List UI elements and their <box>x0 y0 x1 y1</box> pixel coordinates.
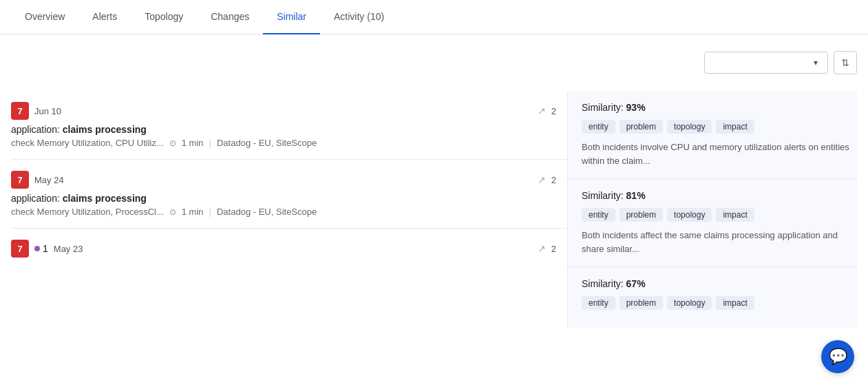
share-count: 2 <box>551 106 556 116</box>
similarity-tag: entity <box>582 120 615 134</box>
clock-icon: ⊙ <box>169 138 176 148</box>
similarity-tag: entity <box>582 296 615 310</box>
chat-icon: 💬 <box>829 348 847 366</box>
similarity-tag: problem <box>620 296 663 310</box>
tabs-bar: OverviewAlertsTopologyChangesSimilarActi… <box>0 0 868 34</box>
similarity-tag: topology <box>667 208 712 222</box>
incidents-list: 7Jun 10↗2application: claims processingc… <box>11 91 857 328</box>
similarity-tag: problem <box>620 120 663 134</box>
incident-item: 71May 23↗2 <box>11 229 567 273</box>
tab-changes[interactable]: Changes <box>197 0 263 34</box>
similarity-tag: topology <box>667 120 712 134</box>
incident-sources: Datadog - EU, SiteScope <box>217 138 317 148</box>
incidents-left-panel: 7Jun 10↗2application: claims processingc… <box>11 91 568 328</box>
incident-badge[interactable]: 7 <box>11 102 29 120</box>
similarity-tag: impact <box>716 296 754 310</box>
incident-date: May 23 <box>54 244 83 254</box>
main-content: ▾ ⇅ 7Jun 10↗2application: claims process… <box>0 34 868 328</box>
sort-button[interactable]: ⇅ <box>834 51 857 74</box>
incident-sources: Datadog - EU, SiteScope <box>217 207 317 217</box>
tab-overview[interactable]: Overview <box>11 0 78 34</box>
incident-description: check Memory Utilization, ProcessCl... <box>11 207 164 217</box>
chevron-down-icon: ▾ <box>814 58 818 67</box>
similarity-item: Similarity: 67%entityproblemtopologyimpa… <box>568 267 857 328</box>
chat-button[interactable]: 💬 <box>821 340 854 373</box>
incident-badge[interactable]: 7 <box>11 171 29 189</box>
similarity-header: Similarity: 93% <box>582 102 857 113</box>
similarity-description: Both incidents affect the same claims pr… <box>582 229 857 255</box>
tab-alerts[interactable]: Alerts <box>78 0 131 34</box>
incident-item: 7May 24↗2application: claims processingc… <box>11 160 567 229</box>
incidents-right-panel: Similarity: 93%entityproblemtopologyimpa… <box>568 91 857 328</box>
similarity-item: Similarity: 81%entityproblemtopologyimpa… <box>568 179 857 267</box>
purple-dot-icon <box>34 246 40 251</box>
dot-count: 1 <box>43 243 48 254</box>
incident-item: 7Jun 10↗2application: claims processingc… <box>11 91 567 160</box>
share-count: 2 <box>551 244 556 254</box>
header-controls: ▾ ⇅ <box>704 51 857 74</box>
similarity-tag: entity <box>582 208 615 222</box>
incident-duration: 1 min <box>182 207 204 217</box>
tab-similar[interactable]: Similar <box>263 0 320 34</box>
tab-activity[interactable]: Activity (10) <box>320 0 398 34</box>
incident-date: Jun 10 <box>34 106 61 116</box>
tab-topology[interactable]: Topology <box>131 0 197 34</box>
similarity-tag: impact <box>716 208 754 222</box>
similarity-item: Similarity: 93%entityproblemtopologyimpa… <box>568 91 857 179</box>
clock-icon: ⊙ <box>169 207 176 217</box>
left-panel: ▾ ⇅ 7Jun 10↗2application: claims process… <box>11 51 857 328</box>
share-icon[interactable]: ↗ <box>538 174 546 185</box>
incident-date: May 24 <box>34 175 64 185</box>
incident-duration: 1 min <box>182 138 204 148</box>
similarity-description: Both incidents involve CPU and memory ut… <box>582 140 857 167</box>
incident-title[interactable]: application: claims processing <box>11 124 556 135</box>
share-icon[interactable]: ↗ <box>538 105 546 116</box>
incident-title[interactable]: application: claims processing <box>11 193 556 204</box>
incident-description: check Memory Utilization, CPU Utiliz... <box>11 138 164 148</box>
date-filter-dropdown[interactable]: ▾ <box>704 52 828 74</box>
header-row: ▾ ⇅ <box>11 51 857 74</box>
share-count: 2 <box>551 175 556 185</box>
incident-badge[interactable]: 7 <box>11 240 29 258</box>
similarity-header: Similarity: 81% <box>582 190 857 201</box>
similarity-tag: topology <box>667 296 712 310</box>
similarity-tag: problem <box>620 208 663 222</box>
share-icon[interactable]: ↗ <box>538 243 546 254</box>
similarity-header: Similarity: 67% <box>582 278 857 289</box>
similarity-tag: impact <box>716 120 754 134</box>
